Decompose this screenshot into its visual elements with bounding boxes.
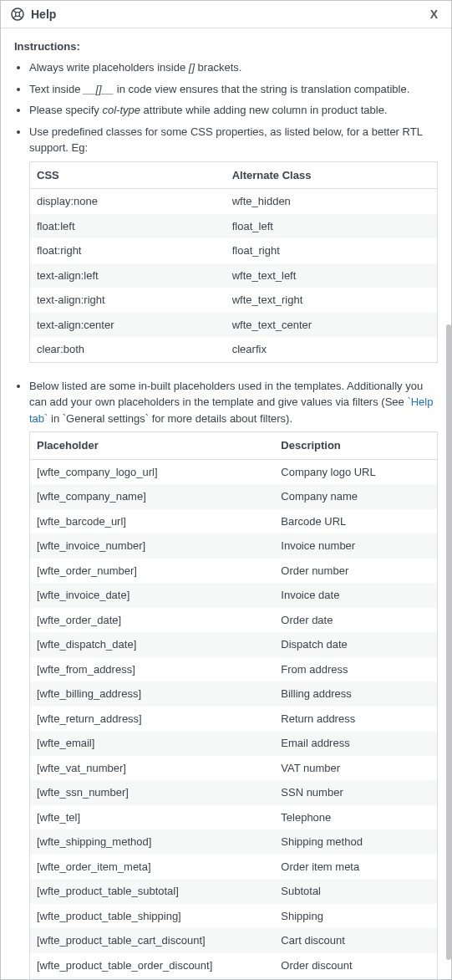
- description-cell: Email address: [274, 731, 437, 756]
- text: in code view ensures that the string is …: [114, 83, 409, 95]
- altclass-cell: wfte_hidden: [226, 189, 438, 214]
- text: in `General settings` for more details a…: [48, 412, 292, 425]
- table-row: clear:bothclearfix: [30, 337, 438, 362]
- instructions-heading: Instructions:: [14, 40, 438, 53]
- table-row: text-align:centerwfte_text_center: [30, 313, 438, 338]
- altclass-header: Alternate Class: [226, 161, 438, 189]
- description-cell: Order discount: [274, 953, 437, 978]
- altclass-cell: wfte_text_center: [226, 313, 438, 338]
- text: Use predefined classes for some CSS prop…: [29, 125, 422, 155]
- close-button[interactable]: X: [427, 8, 441, 21]
- table-row: [wfte_billing_address]Billing address: [30, 681, 438, 707]
- description-cell: Shipping method: [274, 829, 437, 855]
- placeholder-cell: [wfte_invoice_number]: [30, 533, 275, 559]
- placeholder-cell: [wfte_from_address]: [30, 657, 275, 682]
- description-cell: Return address: [274, 707, 437, 732]
- css-cell: float:right: [30, 238, 226, 263]
- placeholder-cell: [wfte_tel]: [30, 805, 275, 830]
- table-row: [wfte_tel]Telephone: [30, 805, 438, 830]
- table-row: [wfte_company_logo_url]Company logo URL: [30, 459, 438, 484]
- table-row: [wfte_shipping_method]Shipping method: [30, 829, 438, 855]
- table-row: [wfte_product_table_total_tax]Total tax: [30, 977, 438, 979]
- table-row: [wfte_barcode_url]Barcode URL: [30, 509, 438, 534]
- instruction-item: Please specify col-type attribute while …: [29, 102, 438, 119]
- table-row: [wfte_order_number]Order number: [30, 559, 438, 584]
- bracket-em: []: [189, 61, 195, 74]
- instructions-list: Always write placeholders inside [] brac…: [14, 59, 438, 363]
- text: attribute while adding new column in pro…: [140, 104, 388, 116]
- altclass-cell: float_right: [226, 238, 438, 263]
- description-cell: Billing address: [274, 681, 437, 707]
- description-cell: SSN number: [274, 780, 437, 805]
- scrollbar-track: [446, 32, 451, 979]
- scrollbar-thumb[interactable]: [446, 324, 451, 960]
- placeholder-intro-list: Below listed are some in-built placehold…: [14, 378, 438, 980]
- table-row: [wfte_return_address]Return address: [30, 707, 438, 732]
- instruction-item: Use predefined classes for some CSS prop…: [29, 124, 438, 363]
- panel-header: Help X: [1, 1, 451, 28]
- description-header: Description: [274, 432, 437, 460]
- placeholder-cell: [wfte_order_date]: [30, 608, 275, 633]
- table-row: float:rightfloat_right: [30, 238, 438, 263]
- table-row: [wfte_product_table_subtotal]Subtotal: [30, 879, 438, 904]
- css-cell: text-align:right: [30, 288, 226, 313]
- placeholder-cell: [wfte_product_table_order_discount]: [30, 953, 275, 978]
- placeholder-cell: [wfte_product_table_cart_discount]: [30, 928, 275, 953]
- description-cell: Shipping: [274, 904, 437, 929]
- description-cell: Invoice date: [274, 583, 437, 608]
- placeholder-cell: [wfte_barcode_url]: [30, 509, 275, 534]
- help-panel: Help X Instructions: Always write placeh…: [0, 0, 452, 980]
- placeholder-cell: [wfte_dispatch_date]: [30, 632, 275, 657]
- description-cell: Order item meta: [274, 855, 437, 880]
- bracket-em: __[]__: [84, 83, 114, 95]
- placeholder-cell: [wfte_email]: [30, 731, 275, 756]
- placeholder-header: Placeholder: [30, 432, 275, 460]
- text: Below listed are some in-built placehold…: [29, 380, 423, 409]
- placeholder-cell: [wfte_vat_number]: [30, 756, 275, 781]
- table-row: float:leftfloat_left: [30, 214, 438, 239]
- placeholder-cell: [wfte_company_logo_url]: [30, 459, 275, 484]
- description-cell: Cart discount: [274, 928, 437, 953]
- css-classes-table: CSS Alternate Class display:nonewfte_hid…: [29, 161, 438, 363]
- placeholder-cell: [wfte_company_name]: [30, 484, 275, 509]
- css-cell: text-align:center: [30, 313, 226, 338]
- placeholder-cell: [wfte_return_address]: [30, 707, 275, 732]
- coltype-em: col-type: [102, 104, 140, 116]
- description-cell: Barcode URL: [274, 509, 437, 534]
- table-row: text-align:rightwfte_text_right: [30, 288, 438, 313]
- css-cell: float:left: [30, 214, 226, 239]
- table-row: [wfte_from_address]From address: [30, 657, 438, 682]
- css-cell: clear:both: [30, 337, 226, 362]
- placeholder-cell: [wfte_billing_address]: [30, 681, 275, 707]
- text: Please specify: [29, 104, 102, 116]
- altclass-cell: wfte_text_left: [226, 263, 438, 288]
- table-row: [wfte_company_name]Company name: [30, 484, 438, 509]
- table-row: display:nonewfte_hidden: [30, 189, 438, 214]
- table-row: [wfte_product_table_order_discount]Order…: [30, 953, 438, 978]
- placeholder-cell: [wfte_order_number]: [30, 559, 275, 584]
- placeholder-cell: [wfte_ssn_number]: [30, 780, 275, 805]
- description-cell: Company name: [274, 484, 437, 509]
- altclass-cell: clearfix: [226, 337, 438, 362]
- placeholder-cell: [wfte_shipping_method]: [30, 829, 275, 855]
- description-cell: VAT number: [274, 756, 437, 781]
- table-row: [wfte_product_table_shipping]Shipping: [30, 904, 438, 929]
- placeholder-cell: [wfte_order_item_meta]: [30, 855, 275, 880]
- css-header: CSS: [30, 161, 226, 189]
- instruction-item: Always write placeholders inside [] brac…: [29, 59, 438, 76]
- placeholder-cell: [wfte_product_table_subtotal]: [30, 879, 275, 904]
- description-cell: Telephone: [274, 805, 437, 830]
- instruction-item: Below listed are some in-built placehold…: [29, 378, 438, 980]
- panel-title: Help: [31, 8, 427, 21]
- description-cell: From address: [274, 657, 437, 682]
- table-row: [wfte_order_item_meta]Order item meta: [30, 855, 438, 880]
- placeholder-cell: [wfte_product_table_shipping]: [30, 904, 275, 929]
- table-row: [wfte_order_date]Order date: [30, 608, 438, 633]
- table-row: [wfte_email]Email address: [30, 731, 438, 756]
- description-cell: Total tax: [274, 977, 437, 979]
- panel-content: Instructions: Always write placeholders …: [1, 28, 451, 979]
- text: Text inside: [29, 83, 84, 95]
- description-cell: Order number: [274, 559, 437, 584]
- description-cell: Dispatch date: [274, 632, 437, 657]
- text: brackets.: [195, 61, 241, 74]
